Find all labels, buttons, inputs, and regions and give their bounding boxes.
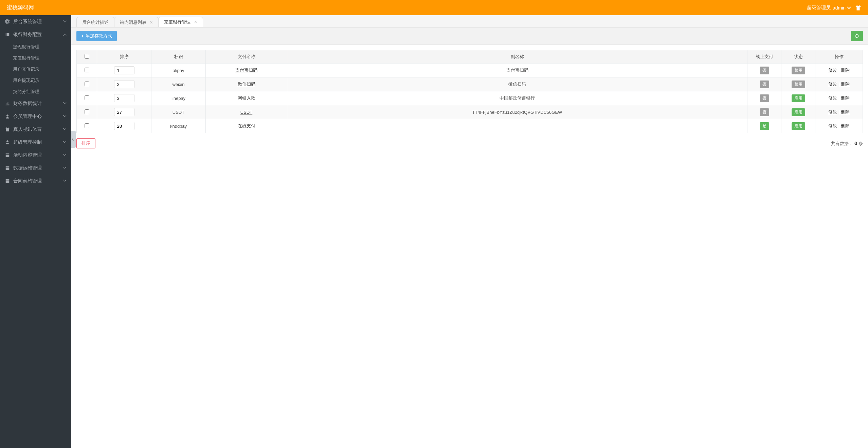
- td-sort: [97, 119, 151, 133]
- sidebar-item-contract[interactable]: 合同契约管理: [0, 175, 71, 187]
- sidebar-item-activity[interactable]: 活动内容管理: [0, 149, 71, 162]
- sidebar-subitem-user-withdraw[interactable]: 用户提现记录: [0, 75, 71, 86]
- online-badge[interactable]: 否: [760, 80, 769, 88]
- sidebar-item-member[interactable]: 会员管理中心: [0, 110, 71, 123]
- sidebar-item-bank[interactable]: 银行财务配置: [0, 28, 71, 41]
- td-subname: TT4FFjBheFbYzu1Zu2qRtQVGTiVDC56GEW: [287, 105, 747, 119]
- gear-icon: [5, 19, 10, 24]
- payname-link[interactable]: 网银入款: [238, 95, 255, 101]
- td-action: 修改 | 删除: [815, 77, 863, 91]
- td-online: 否: [747, 91, 781, 105]
- sidebar-subitem-deposit-bank[interactable]: 充值银行管理: [0, 52, 71, 64]
- status-badge[interactable]: 禁用: [792, 67, 805, 74]
- online-badge[interactable]: 否: [760, 67, 769, 74]
- sort-input[interactable]: [114, 66, 134, 74]
- row-checkbox[interactable]: [85, 123, 89, 128]
- payname-link[interactable]: 支付宝扫码: [235, 68, 257, 73]
- th-action: 操作: [815, 50, 863, 64]
- status-badge[interactable]: 启用: [792, 108, 805, 116]
- online-badge[interactable]: 否: [760, 108, 769, 116]
- td-flag: linepay: [151, 91, 206, 105]
- sidebar-sublabel: 用户充值记录: [13, 66, 39, 72]
- tab-dashboard[interactable]: 后台统计描述: [76, 17, 114, 27]
- table-row: weixin 微信扫码 微信扫码 否 禁用 修改 | 删除: [77, 77, 863, 91]
- payname-link[interactable]: USDT: [240, 110, 252, 115]
- chevron-down-icon: [64, 180, 66, 182]
- separator: |: [838, 68, 841, 73]
- td-checkbox: [77, 77, 97, 91]
- delete-link[interactable]: 删除: [841, 68, 850, 73]
- delete-link[interactable]: 删除: [841, 82, 850, 87]
- refresh-button[interactable]: [851, 31, 863, 41]
- delete-link[interactable]: 删除: [841, 123, 850, 128]
- separator: |: [838, 123, 841, 128]
- sort-input[interactable]: [114, 122, 134, 130]
- edit-link[interactable]: 修改: [828, 68, 837, 73]
- theme-icon[interactable]: [855, 5, 861, 11]
- sort-input[interactable]: [114, 80, 134, 88]
- td-flag: weixin: [151, 77, 206, 91]
- td-subname: 微信扫码: [287, 77, 747, 91]
- sidebar-label: 合同契约管理: [13, 178, 42, 184]
- payname-link[interactable]: 在线支付: [238, 123, 255, 128]
- tab-deposit-bank[interactable]: 充值银行管理 ×: [158, 17, 203, 27]
- chevron-down-icon: [64, 128, 66, 131]
- sidebar-item-backend[interactable]: 后台系统管理: [0, 15, 71, 28]
- edit-link[interactable]: 修改: [828, 123, 837, 128]
- status-badge[interactable]: 启用: [792, 122, 805, 130]
- row-checkbox[interactable]: [85, 68, 89, 72]
- td-action: 修改 | 删除: [815, 64, 863, 77]
- sort-input[interactable]: [114, 108, 134, 116]
- td-flag: khddpay: [151, 119, 206, 133]
- chevron-down-icon: [64, 154, 66, 157]
- td-flag: alipay: [151, 64, 206, 77]
- edit-link[interactable]: 修改: [828, 82, 837, 87]
- table-row: alipay 支付宝扫码 支付宝扫码 否 禁用 修改 | 删除: [77, 64, 863, 77]
- status-badge[interactable]: 禁用: [792, 80, 805, 88]
- sidebar-item-live[interactable]: 真人视讯体育: [0, 123, 71, 136]
- payname-link[interactable]: 微信扫码: [238, 82, 255, 87]
- close-icon[interactable]: ×: [150, 20, 153, 25]
- tab-label: 后台统计描述: [82, 19, 109, 25]
- sidebar-item-ops[interactable]: 数据运维管理: [0, 162, 71, 175]
- sidebar-sublabel: 用户提现记录: [13, 77, 39, 84]
- sidebar-collapse-handle[interactable]: [71, 131, 76, 148]
- tabs: 后台统计描述 站内消息列表 × 充值银行管理 ×: [71, 15, 868, 28]
- td-checkbox: [77, 64, 97, 77]
- sidebar-subitem-dividend[interactable]: 契约分红管理: [0, 86, 71, 97]
- close-icon[interactable]: ×: [194, 19, 197, 25]
- online-badge[interactable]: 否: [760, 94, 769, 102]
- edit-link[interactable]: 修改: [828, 95, 837, 101]
- user-dropdown[interactable]: 超级管理员 admin: [807, 5, 851, 11]
- sort-input[interactable]: [114, 94, 134, 102]
- sidebar-label: 会员管理中心: [13, 113, 42, 120]
- sidebar-item-admin[interactable]: 超级管理控制: [0, 136, 71, 149]
- table-row: USDT USDT TT4FFjBheFbYzu1Zu2qRtQVGTiVDC5…: [77, 105, 863, 119]
- td-status: 启用: [781, 105, 815, 119]
- row-checkbox[interactable]: [85, 82, 89, 86]
- add-deposit-button[interactable]: + 添加存款方式: [76, 31, 117, 41]
- sidebar-subitem-user-deposit[interactable]: 用户充值记录: [0, 64, 71, 75]
- select-all-checkbox[interactable]: [85, 54, 89, 59]
- sidebar-sublabel: 提现银行管理: [13, 44, 39, 50]
- sidebar-subitem-withdraw-bank[interactable]: 提现银行管理: [0, 41, 71, 52]
- window-icon: [5, 179, 10, 183]
- delete-link[interactable]: 删除: [841, 109, 850, 114]
- data-count: 共有数据： 0 条: [831, 140, 863, 147]
- delete-link[interactable]: 删除: [841, 95, 850, 101]
- chevron-up-icon: [64, 33, 66, 36]
- td-payname: USDT: [206, 105, 287, 119]
- row-checkbox[interactable]: [85, 95, 89, 100]
- online-badge[interactable]: 是: [760, 122, 769, 130]
- sidebar: 后台系统管理 银行财务配置 提现银行管理 充值银行管理 用户充值记录 用户提现记…: [0, 15, 71, 448]
- tab-messages[interactable]: 站内消息列表 ×: [114, 17, 159, 27]
- status-badge[interactable]: 启用: [792, 94, 805, 102]
- row-checkbox[interactable]: [85, 109, 89, 114]
- edit-link[interactable]: 修改: [828, 109, 837, 114]
- main-content: 后台统计描述 站内消息列表 × 充值银行管理 × + 添加存款方式: [71, 15, 868, 448]
- toolbar: + 添加存款方式: [71, 28, 868, 45]
- tab-label: 充值银行管理: [164, 19, 191, 25]
- td-sort: [97, 91, 151, 105]
- sort-button[interactable]: 排序: [76, 138, 95, 148]
- sidebar-item-finance[interactable]: 财务数据统计: [0, 97, 71, 110]
